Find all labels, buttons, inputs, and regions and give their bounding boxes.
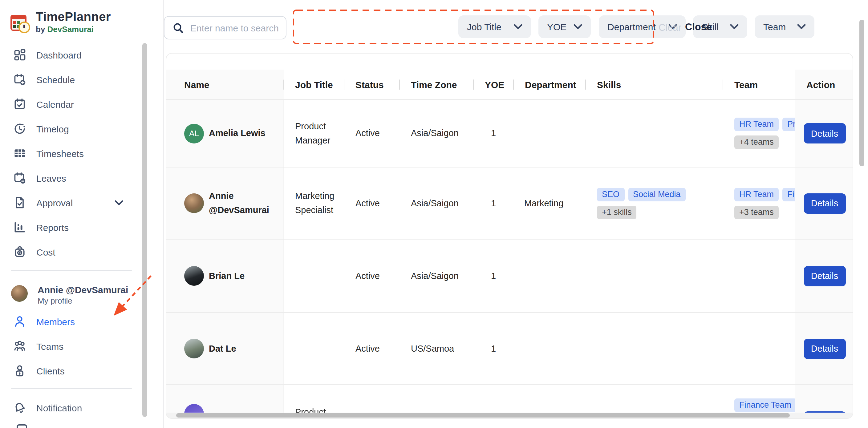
calendar-check-icon: [12, 97, 27, 111]
bell-icon: [12, 400, 27, 415]
status-cell: Active: [344, 313, 400, 384]
sidebar-item-cost[interactable]: Cost: [0, 239, 148, 264]
file-check-icon: [12, 195, 27, 210]
clock-icon: [12, 121, 27, 136]
profile-avatar: [10, 285, 28, 302]
department-cell: [514, 313, 586, 384]
sidebar-item-approval[interactable]: Approval: [0, 190, 148, 215]
table-body: AL Amelia Lewis ProductManagerActiveAsia…: [166, 100, 852, 419]
filter-dropdown-job-title[interactable]: Job Title: [458, 15, 531, 38]
sidebar-item-notification[interactable]: Notification: [0, 395, 148, 420]
sidebar-item-members[interactable]: Members: [0, 309, 148, 334]
column-header-yoe: YOE: [474, 70, 514, 99]
details-button[interactable]: Details: [804, 338, 845, 359]
sidebar-item-label: Members: [36, 316, 75, 327]
action-cell: Details: [795, 313, 853, 384]
status-cell: Active: [344, 100, 400, 167]
search-icon: [173, 23, 184, 33]
member-avatar: [184, 193, 204, 213]
sidebar-item-calendar[interactable]: Calendar: [0, 92, 148, 117]
sidebar-nav-people: MembersTeamsClients: [0, 309, 148, 383]
person-badge-icon: [12, 363, 27, 378]
more-tags-pill: +4 teams: [734, 135, 779, 149]
chevron-down-icon[interactable]: [115, 200, 123, 205]
profile-subtitle: My profile: [38, 296, 128, 305]
tag-pill: Social Media: [628, 188, 686, 201]
sidebar-divider: [11, 388, 132, 389]
details-button[interactable]: Details: [804, 266, 845, 286]
action-cell: Details: [795, 167, 853, 239]
column-header-skills: Skills: [586, 70, 723, 99]
sidebar-item-leaves[interactable]: Leaves: [0, 166, 148, 190]
money-bag-icon: [12, 244, 27, 259]
job-title-text: MarketingSpecialist: [295, 189, 334, 218]
person-icon: [12, 314, 27, 329]
sidebar-scrollbar[interactable]: [142, 43, 147, 417]
chevron-down-icon: [797, 24, 806, 30]
action-cell: Details: [795, 239, 853, 312]
timeplanner-app: TimePlanner by DevSamurai DashboardSched…: [0, 0, 868, 428]
sidebar-item-label: Cost: [36, 246, 56, 257]
search-input[interactable]: [189, 22, 284, 34]
status-cell: Active: [344, 167, 400, 239]
details-button[interactable]: Details: [804, 193, 845, 213]
table-row: Dat Le ActiveUS/Samoa1Details: [166, 313, 852, 385]
close-filters-button[interactable]: Close: [685, 22, 712, 33]
app-title: TimePlanner: [36, 10, 111, 23]
column-header-status: Status: [344, 70, 400, 99]
sidebar-item-timelog[interactable]: Timelog: [0, 117, 148, 141]
sidebar-item-label: Timelog: [36, 124, 69, 134]
table-row: Annie@DevSamurai MarketingSpecialistActi…: [166, 167, 852, 239]
dashboard-icon: [12, 47, 27, 62]
column-header-action: Action: [795, 70, 853, 99]
brand-name: DevSamurai: [48, 25, 94, 34]
column-header-time-zone: Time Zone: [400, 70, 474, 99]
filter-label: Job Title: [467, 22, 501, 32]
chevron-down-icon: [514, 24, 522, 30]
profile-entry[interactable]: Annie @DevSamurai My profile: [10, 285, 128, 305]
sidebar-item-timesheets[interactable]: Timesheets: [0, 141, 148, 166]
job-title-text: ProductManager: [295, 119, 330, 147]
column-header-name: Name: [166, 70, 284, 99]
time-zone-cell: Asia/Saigon: [400, 100, 474, 167]
member-name: Brian Le: [209, 269, 245, 283]
sidebar-item-clients[interactable]: Clients: [0, 358, 148, 383]
sidebar-item-label: Teams: [36, 341, 63, 351]
page-scrollbar-thumb[interactable]: [859, 20, 864, 166]
horizontal-scrollbar-thumb[interactable]: [176, 413, 790, 418]
sidebar-item-schedule[interactable]: Schedule: [0, 67, 148, 92]
filter-label: Department: [608, 22, 656, 32]
members-table-card: NameJob TitleStatusTime ZoneYOEDepartmen…: [166, 53, 853, 419]
skills-cell: [586, 313, 723, 384]
details-button[interactable]: Details: [804, 123, 845, 143]
table-row: Brian Le ActiveAsia/Saigon1Details: [166, 239, 852, 313]
time-zone-cell: Asia/Saigon: [400, 167, 474, 239]
column-header-job-title: Job Title: [284, 70, 344, 99]
job-title-cell: [284, 313, 344, 384]
app-logo: TimePlanner by DevSamurai: [10, 10, 111, 34]
search-box: [164, 16, 286, 39]
department-cell: [514, 100, 586, 167]
clear-filters-button[interactable]: Clear: [658, 22, 681, 33]
more-tags-pill: +3 teams: [734, 205, 779, 219]
calendar-plus-icon: [12, 72, 27, 87]
filter-dropdown-yoe[interactable]: YOE: [538, 15, 591, 38]
name-cell: Dat Le: [166, 313, 284, 384]
sidebar-item-label: Leaves: [36, 173, 66, 183]
action-cell: Details: [795, 100, 853, 167]
department-cell: Marketing: [514, 167, 586, 239]
table-grid-icon: [12, 146, 27, 161]
profile-name: Annie @DevSamurai: [38, 285, 128, 295]
job-title-cell: ProductManager: [284, 100, 344, 167]
yoe-cell: 1: [474, 239, 514, 312]
sidebar-item-teams[interactable]: Teams: [0, 334, 148, 358]
sidebar-item-reports[interactable]: Reports: [0, 215, 148, 239]
team-cell: [723, 313, 795, 384]
name-cell: AL Amelia Lewis: [166, 100, 284, 167]
sidebar-item-dashboard[interactable]: Dashboard: [0, 42, 148, 67]
partial-nav-icon: [17, 424, 27, 428]
filter-dropdown-team[interactable]: Team: [755, 15, 814, 38]
member-avatar: [184, 339, 204, 358]
team-cell: HR TeamPr+4 teams: [723, 100, 795, 167]
team-cell: HR TeamFi+3 teams: [723, 167, 795, 239]
